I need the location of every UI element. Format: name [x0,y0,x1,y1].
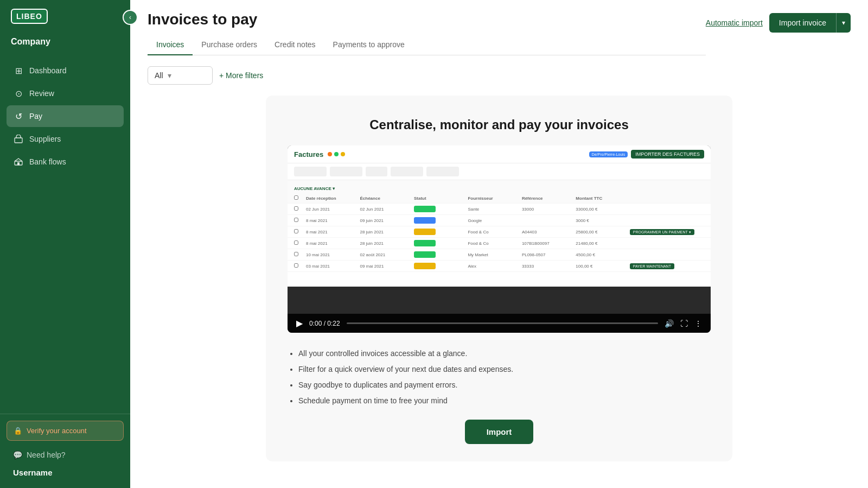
row-checkbox[interactable] [294,229,298,233]
user-badge: De/Pro/Pierre-Louis [589,151,628,157]
sidebar-item-label: Pay [29,112,42,121]
promo-card: Centralise, monitor and pay your invoice… [266,96,732,461]
volume-icon[interactable]: 🔊 [665,319,674,328]
sidebar-item-label: Review [29,89,54,98]
pay-icon: ↺ [13,111,24,122]
page-header: Invoices to pay Invoices Purchase orders… [130,0,868,55]
tabs: Invoices Purchase orders Credit notes Pa… [148,35,706,55]
need-help-button[interactable]: 💬 Need help? [7,446,124,464]
screenshot-brand: Factures [294,150,323,159]
sidebar-item-pay[interactable]: ↺ Pay [7,105,124,127]
suppliers-icon [13,134,24,144]
tab-purchase-orders[interactable]: Purchase orders [193,35,266,55]
tab-credit-notes[interactable]: Credit notes [266,35,324,55]
fullscreen-icon[interactable]: ⛶ [680,319,688,328]
table-row: 8 mai 2021 09 juin 2021 Google 3000 € [288,215,711,226]
video-preview: Factures De/Pro/Pierre-Louis IMPORTER DE… [288,145,711,314]
sidebar: LIBEO ‹ Company ⊞ Dashboard ⊙ Review ↺ P… [0,0,130,488]
header-checkbox[interactable] [294,195,298,200]
table-row: 8 mai 2021 28 juin 2021 Food & Co A04403… [288,226,711,238]
table-header-row: Date réception Échéance Statut Fournisse… [288,193,711,204]
status-badge [414,217,436,224]
company-name: Company [0,33,130,55]
feature-item: All your controlled invoices accessible … [298,348,711,359]
page-title-area: Invoices to pay Invoices Purchase orders… [148,11,706,55]
row-action[interactable]: PROGRAMMER UN PAIEMENT ▾ [630,229,694,235]
sidebar-logo-area: LIBEO ‹ [0,0,130,33]
sidebar-item-label: Suppliers [29,135,61,143]
collapse-sidebar-button[interactable]: ‹ [123,10,138,25]
row-checkbox[interactable] [294,218,298,222]
status-badge [414,251,436,258]
row-checkbox[interactable] [294,240,298,245]
feature-item: Filter for a quick overview of your next… [298,364,711,375]
sf-item [294,167,327,176]
bank-flows-icon [13,156,24,167]
review-icon: ⊙ [13,88,24,99]
video-screenshot: Factures De/Pro/Pierre-Louis IMPORTER DE… [288,145,711,287]
import-invoice-dropdown-button[interactable]: ▾ [836,13,851,33]
video-progress-bar[interactable] [347,322,658,324]
import-invoice-group: Import invoice ▾ [769,13,851,33]
logo[interactable]: LIBEO [11,9,48,24]
promo-import-button[interactable]: Import [465,420,534,444]
dashboard-icon: ⊞ [13,65,24,76]
import-invoice-button[interactable]: Import invoice [769,13,836,33]
table-row: 03 mai 2021 09 mai 2021 Alex 33333 100,0… [288,261,711,272]
video-controls: ▶ 0:00 / 0:22 🔊 ⛶ ⋮ [288,314,711,333]
username-label: Username [7,464,124,481]
row-checkbox[interactable] [294,252,298,256]
page-title: Invoices to pay [148,11,706,28]
table-row: 8 mai 2021 28 juin 2021 Food & Co 107B1B… [288,238,711,249]
status-badge [414,206,436,212]
video-controls-right: 🔊 ⛶ ⋮ [665,319,702,328]
verify-account-button[interactable]: 🔒 Verify your account [7,421,124,441]
row-action[interactable]: PAYER MAINTENANT [630,263,674,269]
chevron-down-icon: ▾ [168,71,171,80]
sidebar-item-bank-flows[interactable]: Bank flows [7,151,124,173]
sf-item [426,167,459,176]
screenshot-action-badge: IMPORTER DES FACTURES [631,150,704,159]
feature-item: Schedule payment on time to free your mi… [298,395,711,407]
sidebar-item-label: Bank flows [29,157,66,166]
tab-payments-to-approve[interactable]: Payments to approve [324,35,413,55]
sf-item [330,167,362,176]
more-filters-button[interactable]: + More filters [219,71,263,80]
table-row: 10 mai 2021 02 août 2021 My Market PL098… [288,249,711,261]
sidebar-nav: ⊞ Dashboard ⊙ Review ↺ Pay Suppliers [0,55,130,414]
screenshot-filters [288,163,711,180]
status-badge [414,263,436,269]
content-area: All ▾ + More filters Centralise, monitor… [130,55,868,488]
feature-item: Say goodbye to duplicates and payment er… [298,379,711,391]
sidebar-item-review[interactable]: ⊙ Review [7,83,124,104]
row-checkbox[interactable] [294,206,298,211]
sidebar-item-suppliers[interactable]: Suppliers [7,128,124,150]
feature-list: All your controlled invoices accessible … [288,348,711,407]
status-badge [414,229,436,235]
sf-item [366,167,387,176]
svg-rect-0 [15,138,22,143]
lock-icon: 🔒 [14,427,22,435]
chat-icon: 💬 [13,451,22,459]
video-time: 0:00 / 0:22 [309,320,340,327]
sidebar-bottom: 🔒 Verify your account 💬 Need help? Usern… [0,414,130,488]
filters-row: All ▾ + More filters [148,66,851,85]
sf-item [391,167,423,176]
sidebar-item-label: Dashboard [29,66,67,75]
table-row: 02 Jun 2021 02 Jun 2021 Sante 33000 3300… [288,204,711,215]
status-badge [414,240,436,246]
play-button[interactable]: ▶ [296,318,303,328]
more-options-icon[interactable]: ⋮ [694,319,702,328]
header-actions: Automatic import Import invoice ▾ [706,11,851,33]
promo-title: Centralise, monitor and pay your invoice… [288,117,711,132]
tab-invoices[interactable]: Invoices [148,35,193,55]
filter-all-label: All [155,71,163,80]
sidebar-item-dashboard[interactable]: ⊞ Dashboard [7,60,124,81]
row-checkbox[interactable] [294,263,298,268]
screenshot-header: Factures De/Pro/Pierre-Louis IMPORTER DE… [288,145,711,163]
svg-rect-2 [17,162,20,165]
all-filter-select[interactable]: All ▾ [148,66,213,85]
automatic-import-button[interactable]: Automatic import [706,18,763,27]
main-content: Invoices to pay Invoices Purchase orders… [130,0,868,488]
verify-account-label: Verify your account [27,427,87,435]
